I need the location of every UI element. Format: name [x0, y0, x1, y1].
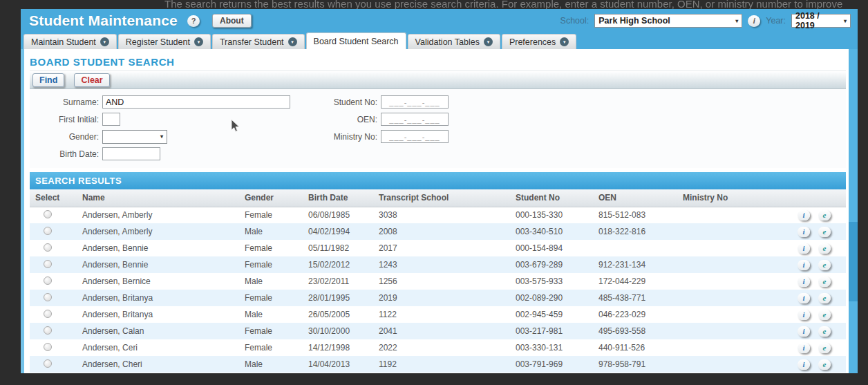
- name-cell: Andersen, Bernice: [77, 273, 239, 290]
- info-icon[interactable]: i: [748, 15, 760, 27]
- tab-bar: Maintain Student▾Register Student▾Transf…: [21, 32, 858, 49]
- tab-board-student-search[interactable]: Board Student Search: [306, 32, 406, 49]
- row-select-radio[interactable]: [44, 359, 52, 368]
- tab-register-student[interactable]: Register Student▾: [118, 34, 211, 49]
- row-actions-cell: ie: [755, 273, 846, 290]
- row-edit-button[interactable]: e: [818, 326, 831, 337]
- row-info-button[interactable]: i: [798, 227, 810, 237]
- transcript-school-cell: 1122: [373, 306, 510, 323]
- ministry-no-cell: [677, 356, 755, 373]
- birth-date-cell: 04/02/1994: [303, 223, 373, 240]
- student-no-cell: 000-067-918: [510, 373, 593, 373]
- oen-cell: 978-958-791: [593, 356, 677, 373]
- row-edit-button[interactable]: e: [818, 276, 831, 287]
- select-cell: [30, 339, 77, 356]
- row-info-button[interactable]: i: [798, 293, 810, 303]
- row-info-button[interactable]: i: [798, 310, 810, 320]
- panel-title: BOARD STUDENT SEARCH: [30, 56, 846, 68]
- select-cell: [30, 323, 77, 339]
- row-info-button[interactable]: i: [798, 260, 810, 270]
- results-table: SelectNameGenderBirth DateTranscript Sch…: [30, 189, 846, 373]
- row-info-button[interactable]: i: [798, 343, 810, 353]
- row-actions-cell: ie: [755, 240, 846, 256]
- tab-validation-tables[interactable]: Validation Tables▾: [408, 34, 500, 49]
- row-select-radio[interactable]: [44, 243, 52, 252]
- row-edit-button[interactable]: e: [818, 343, 831, 353]
- school-label: School:: [560, 16, 589, 26]
- row-select-radio[interactable]: [44, 343, 52, 351]
- chevron-down-icon: ▾: [844, 18, 847, 24]
- surname-label: Surname:: [30, 97, 102, 107]
- row-edit-button[interactable]: e: [818, 293, 831, 303]
- row-edit-button[interactable]: e: [818, 359, 831, 370]
- tab-label: Validation Tables: [415, 37, 480, 47]
- row-select-radio[interactable]: [44, 276, 52, 285]
- row-edit-button[interactable]: e: [818, 260, 831, 270]
- column-header-ministry-no: Ministry No: [677, 189, 755, 207]
- gender-select[interactable]: ▾: [102, 130, 167, 144]
- tab-preferences[interactable]: Preferences▾: [502, 34, 576, 49]
- birth-date-input[interactable]: [102, 147, 160, 160]
- tab-transfer-student[interactable]: Transfer Student▾: [212, 34, 305, 49]
- student-no-cell: 003-575-933: [510, 273, 593, 290]
- tab-maintain-student[interactable]: Maintain Student▾: [23, 34, 117, 49]
- name-cell: Andersen, Britanya: [77, 306, 239, 323]
- ministry-no-cell: [677, 240, 755, 256]
- help-icon[interactable]: ?: [187, 15, 200, 27]
- ministry-no-cell: [677, 290, 755, 306]
- first-initial-label: First Initial:: [30, 115, 102, 124]
- about-button[interactable]: About: [212, 14, 252, 28]
- row-select-radio[interactable]: [44, 326, 52, 335]
- table-row: Andersen, BritanyaFemale28/01/1995201900…: [30, 290, 846, 306]
- search-toolbar: Find Clear: [30, 71, 846, 89]
- find-button[interactable]: Find: [32, 73, 64, 87]
- row-actions-cell: ie: [755, 223, 846, 240]
- row-info-button[interactable]: i: [798, 210, 810, 220]
- transcript-school-cell: 2025: [373, 373, 510, 373]
- row-edit-button[interactable]: e: [818, 310, 831, 320]
- surname-input[interactable]: [102, 95, 290, 109]
- ministry-no-input[interactable]: [381, 130, 449, 143]
- year-select[interactable]: 2018 / 2019 ▾: [791, 14, 851, 28]
- first-initial-input[interactable]: [102, 113, 120, 126]
- row-actions-cell: ie: [755, 356, 846, 373]
- row-edit-button[interactable]: e: [818, 210, 831, 220]
- row-info-button[interactable]: i: [798, 326, 810, 337]
- table-row: Andersen, CalanFemale30/10/20002041003-2…: [30, 323, 846, 339]
- results-table-header-row: SelectNameGenderBirth DateTranscript Sch…: [30, 189, 846, 207]
- birth-date-cell: 06/08/1985: [303, 207, 373, 223]
- background-ghost-text: The search returns the best results when…: [164, 0, 868, 10]
- row-select-radio[interactable]: [44, 260, 52, 268]
- oen-input[interactable]: [381, 113, 449, 126]
- row-info-button[interactable]: i: [798, 359, 810, 370]
- row-select-radio[interactable]: [44, 293, 52, 301]
- column-header-gender: Gender: [239, 189, 303, 207]
- transcript-school-cell: 2019: [373, 290, 510, 306]
- student-no-cell: 002-089-290: [510, 290, 593, 306]
- row-select-radio[interactable]: [44, 310, 52, 318]
- birth-date-cell: 13/09/1981: [303, 373, 373, 373]
- table-row: Andersen, BerniceMale23/02/20111256003-5…: [30, 273, 846, 290]
- column-header-birth-date: Birth Date: [303, 189, 373, 207]
- row-select-radio[interactable]: [44, 227, 52, 235]
- chevron-down-icon: ▾: [560, 37, 569, 46]
- transcript-school-cell: 2008: [373, 223, 510, 240]
- gender-cell: Female: [239, 323, 303, 339]
- ministry-no-cell: [677, 323, 755, 339]
- table-row: Andersen, AmberlyMale04/02/19942008003-3…: [30, 223, 846, 240]
- birth-date-cell: 30/10/2000: [303, 323, 373, 339]
- name-cell: Andersen, Bennie: [77, 240, 239, 256]
- vertical-scrollbar[interactable]: [849, 49, 858, 373]
- row-info-button[interactable]: i: [798, 276, 810, 287]
- ministry-no-cell: [677, 306, 755, 323]
- row-select-radio[interactable]: [44, 210, 52, 218]
- clear-button[interactable]: Clear: [74, 73, 109, 87]
- row-edit-button[interactable]: e: [818, 227, 831, 237]
- row-edit-button[interactable]: e: [818, 243, 831, 254]
- row-info-button[interactable]: i: [798, 243, 810, 254]
- student-no-input[interactable]: [381, 95, 449, 109]
- scrollbar-thumb[interactable]: [849, 222, 858, 301]
- gender-cell: Female: [239, 339, 303, 356]
- select-cell: [30, 306, 77, 323]
- school-select[interactable]: Park High School ▾: [594, 14, 742, 28]
